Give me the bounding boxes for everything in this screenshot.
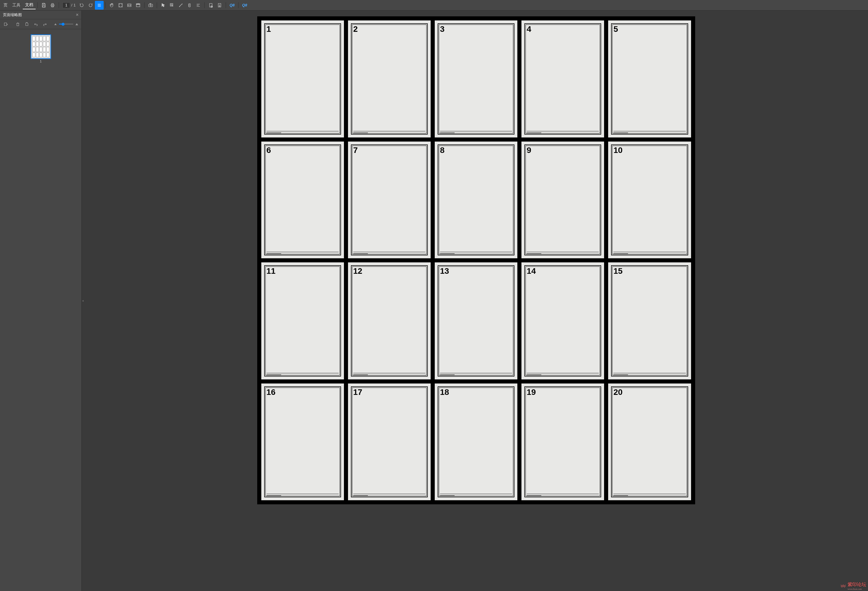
card-number: 18	[440, 388, 449, 397]
card-number: 12	[353, 267, 362, 276]
watermark-sub: www.licai.com	[847, 588, 866, 590]
extract-page-icon[interactable]	[24, 21, 30, 27]
card-footer	[353, 252, 425, 255]
align-icon[interactable]	[194, 1, 203, 10]
svg-rect-2	[51, 4, 54, 6]
card-number: 9	[527, 146, 531, 155]
close-icon[interactable]: ×	[76, 12, 78, 18]
divider	[157, 2, 157, 8]
page-indicator: / 1	[61, 2, 77, 8]
imposition-card: 19	[521, 383, 604, 501]
card-number: 4	[527, 25, 531, 34]
menu-page[interactable]: 页	[1, 1, 10, 9]
card-footer	[613, 494, 685, 497]
card-footer	[527, 252, 599, 255]
page-export-icon[interactable]	[215, 1, 224, 10]
imposition-card: 11	[261, 262, 344, 379]
slider-thumb[interactable]	[62, 23, 65, 26]
svg-rect-17	[150, 3, 151, 4]
page-add-icon[interactable]	[207, 1, 215, 10]
svg-rect-4	[52, 6, 53, 7]
svg-point-16	[150, 5, 152, 6]
card-number: 1	[267, 25, 271, 34]
page-total: 1	[74, 3, 75, 7]
menu-document[interactable]: 文档	[23, 1, 35, 9]
hand-pan-icon[interactable]	[108, 1, 116, 10]
save-icon[interactable]	[40, 1, 48, 10]
imposition-card: 5	[608, 21, 691, 137]
card-number: 15	[613, 267, 623, 276]
thumbnail-label: 1	[40, 59, 41, 63]
sidebar: 页面缩略图 ×	[0, 10, 82, 591]
camera-icon[interactable]	[146, 1, 155, 10]
card-number: 20	[613, 388, 623, 397]
undo-icon[interactable]	[33, 21, 39, 27]
card-number: 16	[267, 388, 276, 397]
card-number: 19	[527, 388, 536, 397]
delete-page-icon[interactable]	[15, 21, 21, 27]
card-number: 13	[440, 267, 449, 276]
panel-title: 页面缩略图	[3, 12, 22, 18]
card-footer	[267, 373, 339, 376]
zoom-tool-icon[interactable]	[168, 1, 176, 10]
page-input[interactable]	[62, 2, 70, 8]
imposition-card: 10	[608, 141, 691, 259]
card-number: 14	[527, 267, 536, 276]
reading-mode-icon[interactable]	[134, 1, 142, 10]
imposition-card: 13	[435, 262, 517, 379]
fit-page-icon[interactable]	[116, 1, 125, 10]
imposition-card: 2	[348, 21, 431, 137]
card-number: 5	[613, 25, 618, 34]
card-footer	[527, 373, 599, 376]
panel-toolbar	[0, 19, 81, 29]
watermark-text: 紫印论坛	[847, 582, 866, 587]
page-thumbnail[interactable]	[31, 35, 50, 58]
divider	[204, 2, 205, 8]
imposition-card: 18	[435, 383, 517, 501]
card-number: 11	[267, 267, 276, 276]
svg-rect-0	[43, 3, 44, 4]
q-tool-2[interactable]: Q8	[240, 1, 249, 10]
page-sep: /	[71, 3, 72, 7]
card-footer	[613, 252, 685, 255]
redo-icon[interactable]	[42, 21, 48, 27]
card-footer	[613, 373, 685, 376]
svg-rect-1	[43, 5, 45, 7]
imposition-card: 7	[348, 141, 431, 259]
slider-track[interactable]	[59, 24, 73, 25]
clip-icon[interactable]	[185, 1, 194, 10]
rotate-right-icon[interactable]	[86, 1, 95, 10]
card-footer	[267, 494, 339, 497]
svg-rect-15	[149, 4, 153, 7]
rotate-left-icon[interactable]	[77, 1, 86, 10]
zoom-small-icon	[54, 22, 57, 26]
imposition-card: 6	[261, 141, 344, 259]
thumb-zoom-slider[interactable]	[54, 22, 78, 26]
imposition-card: 4	[521, 21, 604, 137]
watermark-logo-icon	[840, 584, 846, 588]
q-tool-1[interactable]: Q8	[228, 1, 236, 10]
imposition-card: 9	[521, 141, 604, 259]
fit-width-icon[interactable]	[125, 1, 134, 10]
lines-icon[interactable]	[95, 1, 104, 10]
panel-tab-thumbnails[interactable]: 页面缩略图 ×	[0, 10, 81, 19]
document-viewport[interactable]: 1234567891011121314151617181920	[84, 10, 868, 591]
imposition-card: 17	[348, 383, 431, 501]
card-footer	[440, 373, 512, 376]
card-footer	[353, 373, 425, 376]
panel-options-icon[interactable]	[3, 21, 9, 27]
measure-icon[interactable]	[176, 1, 185, 10]
document-page: 1234567891011121314151617181920	[257, 16, 695, 504]
print-icon[interactable]	[48, 1, 57, 10]
svg-line-21	[179, 3, 183, 7]
card-number: 10	[613, 146, 623, 155]
svg-rect-33	[17, 23, 19, 26]
card-footer	[440, 252, 512, 255]
svg-rect-3	[52, 3, 53, 5]
imposition-card: 3	[435, 21, 517, 137]
card-number: 7	[353, 146, 358, 155]
splitter-handle[interactable]	[82, 10, 84, 591]
divider	[59, 2, 59, 8]
select-pointer-icon[interactable]	[159, 1, 168, 10]
menu-tool[interactable]: 工具	[10, 1, 23, 9]
